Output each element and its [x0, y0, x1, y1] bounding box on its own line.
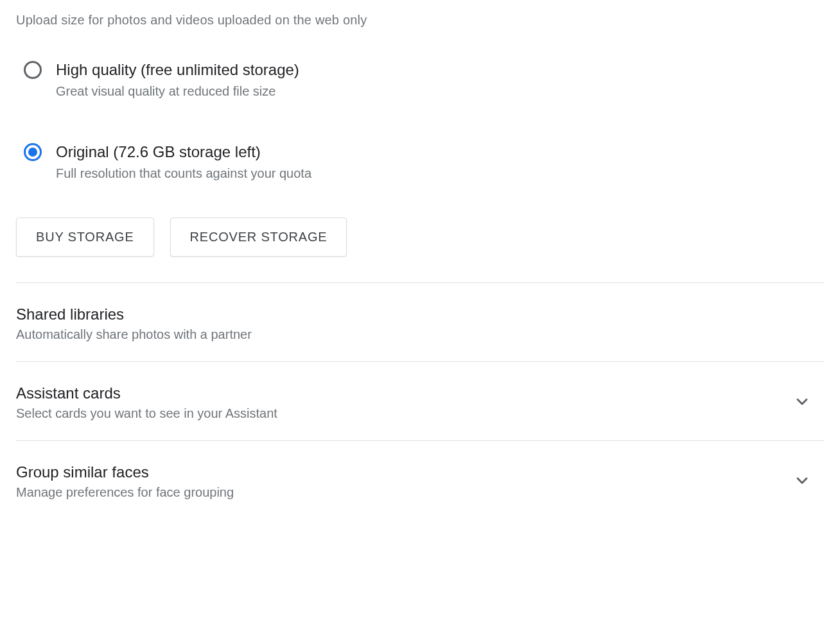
upload-size-header: Upload size for photos and videos upload… — [16, 13, 824, 28]
assistant-cards-row[interactable]: Assistant cards Select cards you want to… — [16, 362, 824, 440]
option-title: Original (72.6 GB storage left) — [56, 142, 311, 162]
setting-desc: Automatically share photos with a partne… — [16, 327, 252, 342]
radio-option-original[interactable]: Original (72.6 GB storage left) Full res… — [24, 142, 824, 182]
group-similar-faces-row[interactable]: Group similar faces Manage preferences f… — [16, 441, 824, 500]
recover-storage-button[interactable]: RECOVER STORAGE — [170, 218, 347, 257]
option-title: High quality (free unlimited storage) — [56, 60, 299, 80]
upload-size-radio-group: High quality (free unlimited storage) Gr… — [24, 60, 824, 182]
setting-desc: Manage preferences for face grouping — [16, 485, 234, 500]
radio-option-high-quality[interactable]: High quality (free unlimited storage) Gr… — [24, 60, 824, 100]
setting-desc: Select cards you want to see in your Ass… — [16, 406, 277, 421]
radio-icon — [24, 143, 42, 161]
chevron-down-icon — [793, 472, 811, 492]
setting-title: Group similar faces — [16, 463, 234, 481]
storage-buttons: BUY STORAGE RECOVER STORAGE — [16, 218, 824, 257]
setting-title: Shared libraries — [16, 305, 252, 323]
option-desc: Full resolution that counts against your… — [56, 164, 311, 182]
chevron-down-icon — [793, 393, 811, 413]
setting-title: Assistant cards — [16, 384, 277, 402]
option-desc: Great visual quality at reduced file siz… — [56, 82, 299, 100]
buy-storage-button[interactable]: BUY STORAGE — [16, 218, 154, 257]
radio-icon — [24, 61, 42, 79]
shared-libraries-row[interactable]: Shared libraries Automatically share pho… — [16, 283, 824, 361]
